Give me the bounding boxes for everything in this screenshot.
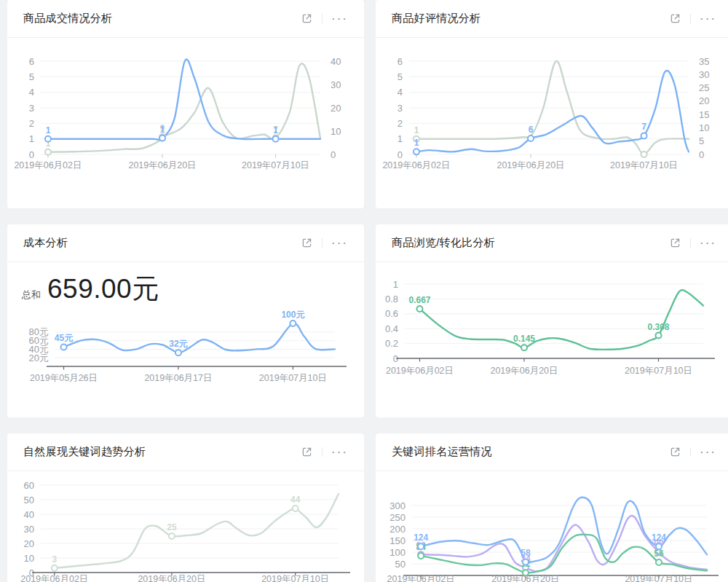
svg-text:60: 60	[24, 480, 34, 491]
svg-text:30: 30	[331, 79, 341, 90]
svg-text:2019年06月02日: 2019年06月02日	[20, 574, 88, 582]
svg-text:4: 4	[29, 87, 34, 98]
svg-text:15: 15	[699, 109, 709, 120]
svg-text:300: 300	[389, 500, 405, 511]
card-header: 商品好评情况分析 ···	[376, 0, 728, 38]
svg-text:2019年07月10日: 2019年07月10日	[625, 366, 692, 376]
svg-text:45元: 45元	[55, 333, 73, 343]
svg-text:30: 30	[24, 524, 34, 535]
card-title: 自然展现关键词趋势分析	[23, 445, 301, 459]
external-link-icon[interactable]	[301, 237, 313, 249]
more-options-icon[interactable]: ···	[331, 237, 348, 249]
svg-text:6: 6	[397, 56, 403, 67]
external-link-icon[interactable]	[301, 12, 313, 25]
svg-text:1: 1	[273, 125, 278, 135]
svg-text:2019年06月17日: 2019年06月17日	[144, 373, 212, 383]
divider	[322, 447, 323, 457]
svg-text:25: 25	[699, 82, 709, 93]
svg-text:2019年06月20日: 2019年06月20日	[138, 574, 205, 582]
card-title: 成本分析	[23, 236, 301, 250]
svg-text:6: 6	[29, 56, 34, 67]
external-link-icon[interactable]	[669, 12, 681, 25]
cost-summary: 总和 659.00元	[22, 271, 159, 307]
card-keyword-ranking: 关键词排名运营情况 ··· 501001502002503002019年06月0…	[376, 433, 728, 582]
svg-text:2019年06月02日: 2019年06月02日	[14, 160, 82, 170]
svg-text:1: 1	[414, 125, 419, 135]
svg-text:20: 20	[24, 538, 34, 549]
svg-text:100: 100	[389, 547, 405, 558]
svg-text:10: 10	[331, 126, 341, 137]
chart-review-analysis[interactable]: 0123456051015202530352019年06月02日2019年06月…	[376, 39, 728, 208]
svg-text:0: 0	[397, 149, 403, 160]
external-link-icon[interactable]	[669, 446, 681, 458]
card-conversion-analysis: 商品浏览/转化比分析 ··· 00.20.40.60.812019年06月02日…	[376, 224, 728, 417]
more-options-icon[interactable]: ···	[331, 12, 348, 25]
svg-text:30: 30	[699, 69, 709, 80]
svg-text:1: 1	[160, 125, 165, 135]
svg-text:5: 5	[397, 71, 403, 82]
svg-text:2019年07月10日: 2019年07月10日	[261, 574, 329, 582]
svg-text:40: 40	[24, 509, 34, 520]
svg-text:50: 50	[24, 495, 34, 506]
svg-text:250: 250	[389, 512, 405, 523]
svg-text:1: 1	[29, 133, 34, 144]
card-keyword-trend-analysis: 自然展现关键词趋势分析 ··· 01020304050602019年06月02日…	[7, 433, 364, 582]
svg-text:3: 3	[397, 103, 403, 114]
card-title: 商品好评情况分析	[392, 12, 669, 25]
card-title: 商品浏览/转化比分析	[392, 236, 669, 250]
chart-transaction-analysis[interactable]: 01234560102030402019年06月02日2019年06月20日20…	[7, 39, 364, 208]
svg-text:4: 4	[397, 87, 403, 98]
card-cost-analysis: 成本分析 ··· 总和 659.00元 20元40元60元80元2019年05月…	[7, 224, 364, 417]
svg-text:3: 3	[52, 554, 57, 565]
more-options-icon[interactable]: ···	[700, 446, 716, 458]
svg-text:80元: 80元	[29, 326, 49, 337]
svg-text:0: 0	[699, 149, 704, 160]
chart-cost-analysis[interactable]: 20元40元60元80元2019年05月26日2019年06月17日2019年0…	[7, 308, 364, 398]
svg-text:1: 1	[393, 279, 398, 290]
svg-text:0.6: 0.6	[385, 308, 398, 319]
svg-text:32元: 32元	[169, 339, 187, 349]
chart-conversion-analysis[interactable]: 00.20.40.60.812019年06月02日2019年06月20日2019…	[376, 263, 728, 417]
svg-text:2019年05月26日: 2019年05月26日	[30, 373, 98, 383]
more-options-icon[interactable]: ···	[700, 12, 716, 25]
external-link-icon[interactable]	[669, 237, 681, 249]
svg-text:40: 40	[331, 56, 341, 67]
divider	[690, 14, 691, 23]
card-header: 关键词排名运营情况 ···	[376, 433, 728, 471]
svg-text:5: 5	[29, 71, 34, 82]
svg-text:58: 58	[521, 548, 531, 558]
svg-text:5: 5	[699, 135, 704, 146]
external-link-icon[interactable]	[301, 446, 313, 458]
svg-text:2019年06月02日: 2019年06月02日	[386, 366, 454, 376]
more-options-icon[interactable]: ···	[331, 446, 348, 458]
svg-text:10: 10	[24, 553, 34, 564]
svg-text:1: 1	[414, 138, 419, 148]
svg-text:124: 124	[414, 532, 428, 543]
svg-text:2019年07月10日: 2019年07月10日	[610, 160, 678, 170]
svg-text:2019年06月20日: 2019年06月20日	[496, 160, 564, 170]
svg-text:20: 20	[331, 103, 341, 114]
divider	[690, 238, 691, 248]
summary-label: 总和	[22, 288, 41, 302]
svg-text:2: 2	[397, 118, 403, 129]
svg-text:0.2: 0.2	[385, 338, 398, 349]
svg-text:7: 7	[641, 122, 646, 132]
chart-keyword-trend[interactable]: 01020304050602019年06月02日2019年06月20日2019年…	[7, 471, 364, 582]
card-title: 商品成交情况分析	[23, 12, 301, 25]
more-options-icon[interactable]: ···	[700, 237, 716, 249]
svg-text:0.8: 0.8	[385, 294, 398, 304]
svg-text:50: 50	[395, 559, 405, 570]
svg-text:100元: 100元	[281, 310, 304, 320]
svg-text:0: 0	[29, 149, 34, 160]
divider	[322, 238, 323, 248]
chart-keyword-ranking[interactable]: 501001502002503002019年06月02日2019年06月20日2…	[376, 471, 728, 582]
svg-text:44: 44	[290, 495, 301, 505]
svg-text:2019年07月10日: 2019年07月10日	[242, 160, 309, 170]
svg-text:2019年06月20日: 2019年06月20日	[128, 160, 196, 170]
dashboard-page: { "page": {"background": "#f0f2f4", "car…	[0, 0, 728, 582]
svg-text:35: 35	[699, 56, 709, 67]
svg-text:10: 10	[699, 122, 709, 133]
svg-text:0.4: 0.4	[385, 323, 398, 334]
svg-text:0.308: 0.308	[647, 322, 669, 332]
svg-text:2019年07月10日: 2019年07月10日	[259, 373, 327, 383]
